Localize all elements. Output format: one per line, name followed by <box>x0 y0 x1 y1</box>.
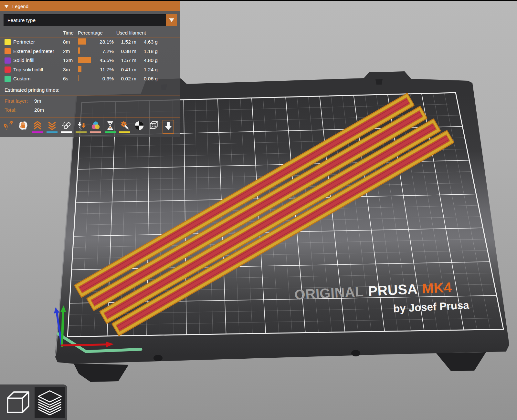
legend-row-top-solid-infill[interactable]: Top solid infill 3m 11.7% 0.41 m 1.24 g <box>0 65 180 75</box>
legend-title: Legend <box>12 4 28 9</box>
legend-header[interactable]: Legend <box>0 1 180 11</box>
feature-color-swatch <box>5 67 11 73</box>
seams-icon[interactable] <box>61 120 72 134</box>
legend-column-headers: Time Percentage Used filament <box>0 28 180 37</box>
gcode-preview-scene: ORIGINALPRUSAMK4 by Josef Prusa <box>0 0 517 420</box>
feature-color-swatch <box>5 39 11 45</box>
legend-row-perimeter[interactable]: Perimeter 8m 28.1% 1.52 m 4.63 g <box>0 37 180 47</box>
first-layer-value: 9m <box>34 98 41 104</box>
feature-color-swatch <box>5 57 11 64</box>
col-time: Time <box>63 30 75 36</box>
view-mode-toggle <box>0 384 67 420</box>
percentage-bar <box>78 47 80 54</box>
first-layer-label: First layer: <box>5 98 34 104</box>
percentage-bar <box>78 57 91 63</box>
retractions-icon[interactable] <box>32 120 43 134</box>
percentage-bar <box>78 66 81 72</box>
feature-color-swatch <box>5 76 11 82</box>
collapse-triangle-icon <box>4 5 9 8</box>
total-label: Total: <box>5 107 34 113</box>
view-type-dropdown[interactable]: Feature type <box>4 14 177 26</box>
3d-view-button[interactable] <box>3 387 33 418</box>
col-percentage: Percentage <box>78 30 114 36</box>
wipe-icon[interactable] <box>17 120 29 134</box>
total-value: 28m <box>34 107 44 113</box>
tool-changes-icon[interactable] <box>75 120 87 134</box>
chevron-down-icon <box>169 18 174 22</box>
legend-panel: Legend Feature type Time Percentage Used… <box>0 1 180 137</box>
gcode-view-toolbar <box>0 118 180 137</box>
travels-icon[interactable] <box>3 120 14 134</box>
custom-gcodes-icon[interactable] <box>119 120 131 134</box>
view-type-value: Feature type <box>7 17 36 23</box>
col-used-filament: Used filament <box>116 30 158 36</box>
layers-view-button[interactable] <box>35 387 65 418</box>
dropdown-button[interactable] <box>166 14 177 26</box>
feature-color-swatch <box>5 48 11 54</box>
legend-row-solid-infill[interactable]: Solid infill 13m 45.5% 1.57 m 4.80 g <box>0 56 180 65</box>
toggle-legend-icon[interactable] <box>163 120 174 134</box>
estimated-times-title: Estimated printing times: <box>0 84 180 96</box>
color-changes-icon[interactable] <box>90 120 101 134</box>
deretractions-icon[interactable] <box>46 120 58 134</box>
shells-icon[interactable] <box>148 120 160 134</box>
percentage-bar <box>78 38 86 45</box>
center-of-gravity-icon[interactable] <box>133 120 145 134</box>
pause-prints-icon[interactable] <box>104 120 116 134</box>
percentage-bar <box>78 75 79 81</box>
legend-row-custom[interactable]: Custom 6s 0.3% 0.02 m 0.06 g <box>0 74 180 84</box>
legend-row-external-perimeter[interactable]: External perimeter 2m 7.2% 0.38 m 1.18 g <box>0 47 180 56</box>
